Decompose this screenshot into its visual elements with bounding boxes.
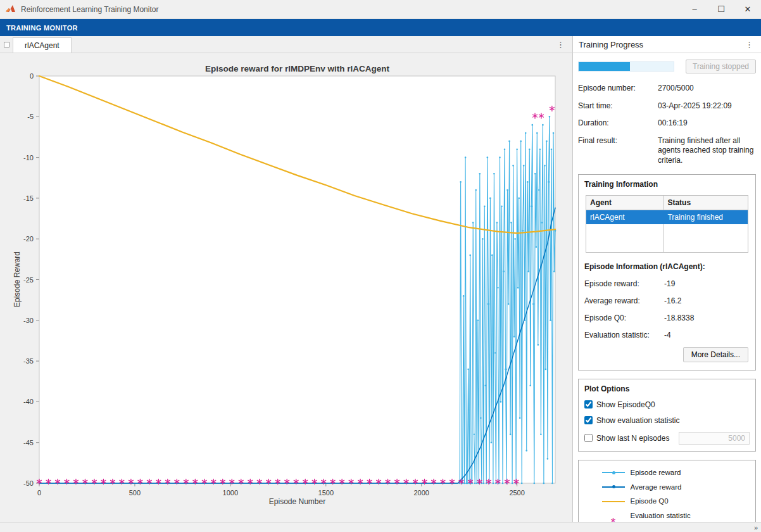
document-icon[interactable]	[0, 36, 13, 53]
panel-header: Training Progress ⋮	[573, 36, 761, 53]
matlab-icon	[5, 4, 16, 15]
checkbox-label: Show last N episodes	[596, 434, 669, 443]
legend-episode-q0: Episode Q0	[599, 497, 736, 506]
tab-rlacagent[interactable]: rlACAgent	[13, 37, 72, 53]
window-controls: – ☐ ✕	[681, 0, 761, 18]
training-progress-bar	[578, 61, 674, 72]
stat-label: Evaluation statistic:	[584, 331, 664, 339]
info-label: Final result:	[578, 136, 658, 166]
chart-menu-icon[interactable]: ⋮	[549, 40, 572, 49]
episode-reward-value: -19	[664, 279, 750, 288]
svg-text:-45: -45	[23, 439, 34, 446]
agent-status-cell: Training finished	[664, 210, 748, 224]
training-monitor-window: Reinforcement Learning Training Monitor …	[0, 0, 761, 532]
episode-q0-line-icon	[599, 501, 628, 502]
average-reward-value: -16.2	[664, 296, 750, 305]
maximize-button[interactable]: ☐	[708, 0, 734, 18]
toolstrip-tab-training-monitor[interactable]: TRAINING MONITOR	[6, 24, 78, 32]
svg-text:1000: 1000	[223, 489, 238, 497]
agent-table-header: Agent Status	[586, 196, 748, 210]
show-episodeq0-option: Show EpisodeQ0	[584, 400, 750, 409]
legend-label: Episode Q0	[631, 497, 669, 506]
show-last-n-episodes-checkbox[interactable]	[584, 434, 593, 442]
episode-q0-value: -18.8338	[664, 314, 750, 322]
duration-value: 00:16:19	[658, 118, 756, 129]
legend-evaluation-statistic: * Evaluation statistic (MeanEpisodeRewar…	[599, 511, 736, 522]
training-information-group: Training Information Agent Status rlACAg…	[578, 174, 756, 370]
show-episodeq0-checkbox[interactable]	[584, 400, 593, 408]
tab-label: rlACAgent	[25, 41, 60, 50]
last-n-episodes-input[interactable]	[679, 432, 750, 445]
svg-text:2500: 2500	[509, 489, 524, 497]
svg-text:0: 0	[37, 489, 41, 497]
plot-options-title: Plot Options	[584, 384, 750, 393]
legend-label: Episode reward	[631, 468, 681, 478]
reward-chart: 050010001500200025000-5-10-15-20-25-30-3…	[0, 53, 573, 522]
chart-legend: Episode reward Average reward Episode Q0…	[578, 460, 756, 522]
svg-text:2000: 2000	[413, 489, 429, 497]
training-progress-panel: Training stopped Episode number: 2700/50…	[573, 53, 761, 522]
svg-text:-50: -50	[23, 479, 34, 487]
info-label: Start time:	[578, 101, 658, 111]
main-area: Episode reward for rlMDPEnv with rlACAge…	[0, 53, 761, 522]
agent-column-header: Agent	[586, 196, 664, 210]
title-bar: Reinforcement Learning Training Monitor …	[0, 0, 761, 19]
plot-options-group: Plot Options Show EpisodeQ0 Show evaluat…	[578, 379, 756, 452]
close-button[interactable]: ✕	[734, 0, 761, 18]
legend-episode-reward: Episode reward	[599, 468, 736, 478]
svg-text:-35: -35	[23, 357, 34, 365]
evaluation-statistic-value: -4	[664, 331, 750, 339]
episode-stats-grid: Episode reward: -19 Average reward: -16.…	[584, 279, 750, 339]
legend-label: Average reward	[631, 483, 682, 492]
training-information-title: Training Information	[584, 180, 750, 189]
svg-text:-20: -20	[23, 235, 34, 243]
more-details-button[interactable]: More Details...	[683, 347, 748, 362]
info-label: Episode number:	[578, 84, 658, 94]
toolstrip: TRAINING MONITOR	[0, 19, 761, 36]
show-evaluation-statistic-option: Show evaluation statistic	[584, 416, 750, 425]
chart-region: Episode reward for rlMDPEnv with rlACAge…	[0, 53, 573, 522]
status-column-header: Status	[664, 196, 748, 210]
agent-table-empty-space	[586, 224, 748, 252]
stat-label: Average reward:	[584, 296, 664, 305]
progress-row: Training stopped	[578, 60, 756, 73]
minimize-button[interactable]: –	[681, 0, 708, 18]
final-result-value: Training finished after all agents reach…	[658, 136, 756, 166]
svg-text:1500: 1500	[318, 489, 334, 497]
legend-average-reward: Average reward	[599, 483, 736, 492]
svg-text:500: 500	[129, 489, 141, 497]
expand-panel-icon[interactable]: »	[754, 524, 761, 531]
checkbox-label: Show evaluation statistic	[596, 416, 679, 425]
legend-label: Evaluation statistic (MeanEpisodeReward)	[631, 511, 705, 522]
svg-text:-30: -30	[23, 317, 34, 324]
svg-text:-25: -25	[23, 276, 34, 284]
episode-information-title: Episode Information (rlACAgent):	[584, 262, 750, 271]
panel-title: Training Progress	[579, 40, 643, 49]
stat-label: Episode Q0:	[584, 314, 664, 322]
episode-number-value: 2700/5000	[658, 84, 756, 94]
checkbox-label: Show EpisodeQ0	[596, 400, 655, 409]
show-last-n-episodes-option: Show last N episodes	[584, 432, 750, 445]
agent-name-cell: rlACAgent	[586, 210, 664, 224]
info-label: Duration:	[578, 118, 658, 129]
progress-fill	[579, 62, 630, 71]
episode-reward-line-icon	[599, 472, 628, 473]
status-bar: »	[0, 522, 761, 532]
window-title: Reinforcement Learning Training Monitor	[21, 5, 158, 14]
svg-text:-10: -10	[23, 154, 34, 162]
show-evaluation-statistic-checkbox[interactable]	[584, 416, 593, 424]
agent-table: Agent Status rlACAgent Training finished	[586, 195, 748, 253]
sub-header: rlACAgent ⋮ Training Progress ⋮	[0, 36, 761, 53]
stat-label: Episode reward:	[584, 279, 664, 288]
panel-menu-icon[interactable]: ⋮	[738, 40, 761, 49]
agent-row-rlacagent[interactable]: rlACAgent Training finished	[586, 210, 748, 224]
document-tab-bar: rlACAgent ⋮	[0, 36, 573, 53]
evaluation-statistic-asterisk-icon: *	[599, 517, 628, 522]
start-time-value: 03-Apr-2025 19:22:09	[658, 101, 756, 111]
svg-text:-15: -15	[23, 194, 34, 202]
training-stopped-button[interactable]: Training stopped	[686, 60, 756, 73]
svg-text:-5: -5	[27, 113, 34, 120]
training-info-grid: Episode number: 2700/5000 Start time: 03…	[578, 84, 756, 166]
svg-text:-40: -40	[23, 398, 34, 405]
average-reward-line-icon	[599, 486, 628, 488]
